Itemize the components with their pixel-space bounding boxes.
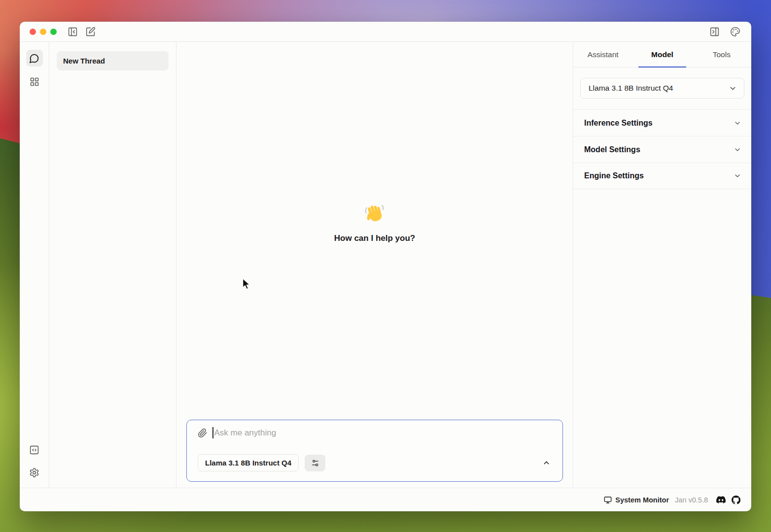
jan-app-window: New Thread How can I h bbox=[20, 22, 751, 511]
chevron-down-icon bbox=[734, 172, 741, 180]
section-engine-settings[interactable]: Engine Settings bbox=[573, 163, 751, 189]
section-label: Inference Settings bbox=[584, 119, 653, 128]
section-inference-settings[interactable]: Inference Settings bbox=[573, 109, 751, 136]
titlebar bbox=[20, 22, 751, 42]
thread-title: New Thread bbox=[63, 57, 105, 65]
system-monitor-icon bbox=[604, 496, 612, 504]
discord-icon[interactable] bbox=[716, 495, 726, 504]
panel-right-toggle-icon[interactable] bbox=[709, 27, 720, 37]
system-monitor-label: System Monitor bbox=[615, 496, 669, 504]
github-icon[interactable] bbox=[732, 496, 740, 504]
greeting-text: How can I help you? bbox=[334, 233, 415, 243]
hub-icon[interactable] bbox=[26, 73, 43, 90]
settings-icon[interactable] bbox=[26, 464, 43, 481]
zoom-window-button[interactable] bbox=[50, 29, 57, 35]
traffic-lights bbox=[30, 29, 57, 35]
status-bar: System Monitor Jan v0.5.8 bbox=[20, 488, 751, 511]
close-window-button[interactable] bbox=[30, 29, 36, 35]
chevron-down-icon bbox=[734, 119, 741, 127]
window-body: New Thread How can I h bbox=[20, 42, 751, 488]
waving-hand-emoji bbox=[364, 204, 386, 226]
tab-assistant[interactable]: Assistant bbox=[573, 42, 632, 67]
left-icon-rail bbox=[20, 42, 49, 488]
theme-palette-icon[interactable] bbox=[730, 27, 740, 37]
section-model-settings[interactable]: Model Settings bbox=[573, 136, 751, 163]
thread-list-item[interactable]: New Thread bbox=[57, 51, 169, 70]
empty-state-greeting: How can I help you? bbox=[176, 204, 573, 243]
model-dropdown[interactable]: Llama 3.1 8B Instruct Q4 bbox=[580, 78, 744, 99]
model-settings-icon[interactable] bbox=[305, 455, 325, 471]
model-selector-button[interactable]: Llama 3.1 8B Instruct Q4 bbox=[198, 454, 299, 471]
panel-left-close-icon[interactable] bbox=[68, 27, 78, 37]
chevron-down-icon bbox=[734, 146, 741, 154]
threads-icon[interactable] bbox=[26, 50, 43, 66]
collapse-input-icon[interactable] bbox=[542, 459, 552, 467]
tab-tools[interactable]: Tools bbox=[692, 42, 751, 67]
prompt-input[interactable] bbox=[214, 428, 552, 438]
new-thread-icon[interactable] bbox=[85, 27, 96, 37]
prompt-input-box[interactable]: Llama 3.1 8B Instruct Q4 bbox=[186, 420, 563, 482]
section-label: Engine Settings bbox=[584, 171, 644, 180]
right-settings-panel: Assistant Model Tools Llama 3.1 8B Instr… bbox=[573, 42, 751, 488]
thread-list-panel: New Thread bbox=[49, 42, 176, 488]
minimize-window-button[interactable] bbox=[40, 29, 46, 35]
app-version: Jan v0.5.8 bbox=[675, 496, 708, 504]
tab-model[interactable]: Model bbox=[632, 42, 692, 67]
chevron-down-icon bbox=[729, 84, 737, 93]
model-dropdown-value: Llama 3.1 8B Instruct Q4 bbox=[589, 84, 673, 93]
section-label: Model Settings bbox=[584, 145, 640, 154]
attachment-icon[interactable] bbox=[198, 428, 208, 438]
local-api-server-icon[interactable] bbox=[26, 441, 43, 458]
settings-sections: Inference Settings Model Settings Engine… bbox=[573, 109, 751, 189]
system-monitor-button[interactable]: System Monitor bbox=[604, 496, 669, 504]
settings-tabs: Assistant Model Tools bbox=[573, 42, 751, 67]
text-caret bbox=[212, 427, 213, 438]
chat-area: How can I help you? Llama 3.1 8B Instruc… bbox=[176, 42, 573, 488]
